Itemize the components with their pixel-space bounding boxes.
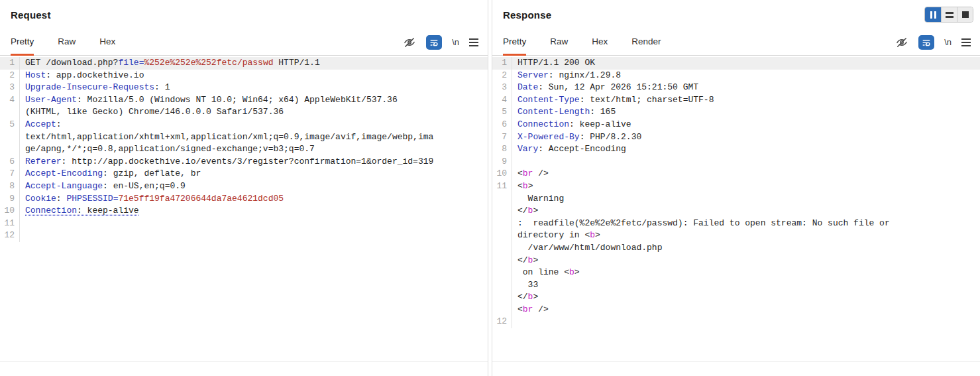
line-number	[492, 229, 512, 242]
line-number: 11	[492, 180, 512, 193]
code-text: /var/www/html/download.php	[512, 242, 662, 255]
code-line: 4User-Agent: Mozilla/5.0 (Windows NT 10.…	[0, 94, 488, 107]
tab-pretty[interactable]: Pretty	[11, 29, 34, 56]
tab-render[interactable]: Render	[631, 29, 661, 56]
code-line: 5Accept:	[0, 119, 488, 131]
code-text: Accept-Encoding: gzip, deflate, br	[20, 168, 201, 180]
line-number: 6	[492, 119, 512, 131]
code-text	[512, 156, 517, 168]
request-editor-icons: \n	[403, 29, 478, 55]
code-line: ge/apng,*/*;q=0.8,application/signed-exc…	[0, 143, 488, 156]
code-text: Accept:	[20, 119, 62, 131]
tab-raw[interactable]: Raw	[550, 29, 568, 56]
code-text: </b>	[512, 205, 538, 218]
code-text	[20, 218, 25, 230]
code-text: : readfile(%2e%2e%2fetc/passwd): Failed …	[512, 218, 890, 230]
code-line: 6Referer: http://app.dockethive.io/event…	[0, 156, 488, 168]
line-number: 7	[0, 168, 20, 180]
line-number: 4	[0, 94, 20, 107]
newline-toggle-icon[interactable]: \n	[944, 37, 952, 47]
code-line: directory in <b>	[492, 229, 980, 242]
code-line: 1GET /download.php?file=%252e%252e%252fe…	[0, 57, 488, 70]
rows-layout-icon	[946, 12, 953, 18]
line-number: 6	[0, 156, 20, 168]
line-number: 2	[0, 70, 20, 82]
line-number: 3	[0, 82, 20, 94]
line-number	[492, 218, 512, 230]
code-text: <b>	[512, 180, 533, 193]
code-line: 33	[492, 279, 980, 292]
code-line: 4Content-Type: text/html; charset=UTF-8	[492, 94, 980, 107]
code-line: <br />	[492, 304, 980, 316]
code-text: Referer: http://app.dockethive.io/events…	[20, 156, 433, 168]
response-tabbar: PrettyRawHexRender	[492, 29, 980, 56]
line-number	[492, 291, 512, 304]
code-line: 9Cookie: PHPSESSID=71e5ff19fa47206644da7…	[0, 193, 488, 206]
line-number: 5	[0, 119, 20, 131]
single-layout-icon	[962, 11, 969, 18]
code-line: /var/www/html/download.php	[492, 242, 980, 255]
hide-nonprintable-icon[interactable]	[895, 36, 908, 49]
code-text: Cookie: PHPSESSID=71e5ff19fa47206644da7a…	[20, 193, 284, 206]
line-number	[0, 131, 20, 144]
layout-columns-button[interactable]	[925, 7, 941, 22]
line-number: 12	[0, 229, 20, 242]
code-text: Connection: keep-alive	[20, 205, 139, 218]
word-wrap-icon[interactable]	[918, 35, 934, 50]
tab-hex[interactable]: Hex	[592, 29, 608, 56]
hide-nonprintable-icon[interactable]	[403, 36, 416, 49]
code-line: 3Upgrade-Insecure-Requests: 1	[0, 82, 488, 94]
layout-single-button[interactable]	[957, 7, 973, 22]
columns-layout-icon	[930, 11, 936, 19]
layout-rows-button[interactable]	[941, 7, 957, 22]
editor-menu-icon[interactable]	[961, 38, 971, 46]
response-header: Response	[492, 0, 980, 29]
code-text: Content-Length: 165	[512, 106, 616, 119]
code-text: Upgrade-Insecure-Requests: 1	[20, 82, 170, 94]
line-number: 2	[492, 70, 512, 82]
code-text: <br />	[512, 168, 549, 180]
tab-pretty[interactable]: Pretty	[503, 29, 526, 56]
code-line: 10Connection: keep-alive	[0, 205, 488, 218]
message-editor-split-view: Request PrettyRawHex	[0, 0, 980, 376]
newline-toggle-icon[interactable]: \n	[452, 37, 459, 47]
editor-menu-icon[interactable]	[469, 38, 478, 46]
request-tabs: PrettyRawHex	[11, 29, 139, 55]
code-text: </b>	[512, 255, 538, 267]
code-text: 33	[512, 279, 538, 292]
line-number	[0, 143, 20, 156]
line-number	[492, 205, 512, 218]
line-number: 4	[492, 94, 512, 107]
code-line: 11<b>	[492, 180, 980, 193]
line-number: 9	[0, 193, 20, 206]
response-tabs: PrettyRawHexRender	[503, 29, 685, 55]
code-line: 12	[0, 229, 488, 242]
request-title: Request	[11, 9, 51, 21]
line-number: 8	[492, 143, 512, 156]
code-line: 10<br />	[492, 168, 980, 180]
tab-hex[interactable]: Hex	[99, 29, 115, 56]
response-editor[interactable]: 1HTTP/1.1 200 OK2Server: nginx/1.29.83Da…	[492, 56, 980, 362]
request-tabbar: PrettyRawHex	[0, 29, 488, 56]
code-line: : readfile(%2e%2e%2fetc/passwd): Failed …	[492, 218, 980, 230]
code-text	[512, 316, 517, 328]
code-text: text/html,application/xhtml+xml,applicat…	[20, 131, 433, 144]
code-text: HTTP/1.1 200 OK	[512, 57, 595, 70]
code-line: 3Date: Sun, 12 Apr 2026 15:21:50 GMT	[492, 82, 980, 94]
code-line: 6Connection: keep-alive	[492, 119, 980, 131]
code-text: Warning	[512, 193, 564, 206]
code-line: 8Vary: Accept-Encoding	[492, 143, 980, 156]
code-line: 2Server: nginx/1.29.8	[492, 70, 980, 82]
code-text: Date: Sun, 12 Apr 2026 15:21:50 GMT	[512, 82, 698, 94]
line-number: 5	[492, 106, 512, 119]
code-text: User-Agent: Mozilla/5.0 (Windows NT 10.0…	[20, 94, 398, 107]
tab-raw[interactable]: Raw	[58, 29, 76, 56]
word-wrap-icon[interactable]	[426, 35, 442, 50]
code-text: Server: nginx/1.29.8	[512, 70, 621, 82]
code-text: Accept-Language: en-US,en;q=0.9	[20, 180, 186, 193]
code-line: 9	[492, 156, 980, 168]
request-editor[interactable]: 1GET /download.php?file=%252e%252e%252fe…	[0, 56, 488, 362]
line-number: 10	[492, 168, 512, 180]
request-header: Request	[0, 0, 488, 29]
code-line: 11	[0, 218, 488, 230]
